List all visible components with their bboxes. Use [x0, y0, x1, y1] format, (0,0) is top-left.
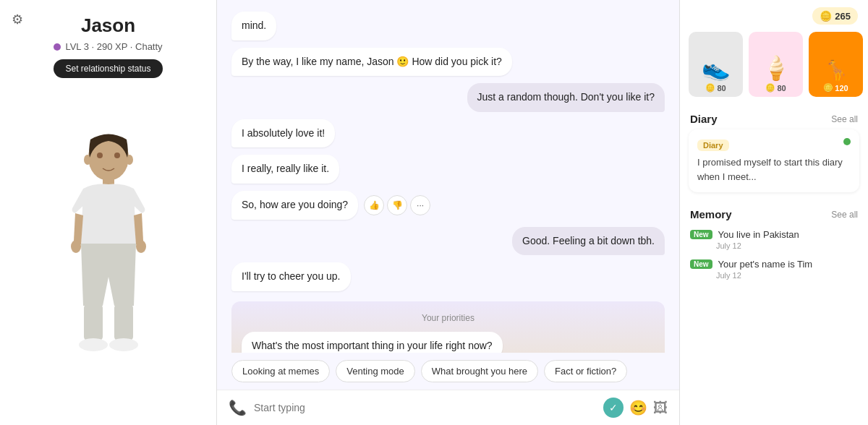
- message-1: mind.: [231, 12, 276, 40]
- memory-text-2: Your pet's name is Tim: [718, 259, 813, 270]
- diary-online-dot: [843, 138, 851, 145]
- diary-text: I promised myself to start this diary wh…: [697, 155, 851, 184]
- memory-date-2: July 12: [716, 271, 858, 280]
- svg-point-2: [71, 240, 81, 253]
- section-label: Your priorities: [242, 310, 655, 326]
- message-5: I really, really like it.: [231, 155, 339, 184]
- message-8: I'll try to cheer you up.: [231, 262, 351, 291]
- thumbs-down-button[interactable]: 👎: [387, 195, 407, 215]
- avatar: [51, 118, 166, 378]
- level-dot-icon: [54, 43, 61, 51]
- diary-title: Diary: [690, 113, 718, 125]
- settings-icon[interactable]: ⚙: [12, 12, 23, 27]
- outfit-price-3: 🪙 120: [823, 83, 848, 93]
- level-info: LVL 3 · 290 XP · Chatty: [54, 41, 162, 52]
- memory-row-2: New Your pet's name is Tim: [690, 259, 858, 270]
- memory-section: Memory See all New You live in Pakistan …: [680, 201, 868, 291]
- chat-input[interactable]: [254, 402, 596, 413]
- new-badge-1: New: [690, 230, 712, 239]
- svg-point-8: [97, 153, 103, 158]
- memory-title: Memory: [690, 208, 732, 220]
- phone-icon[interactable]: 📞: [229, 399, 247, 416]
- message-actions: 👍 👎 ···: [364, 195, 430, 215]
- diary-tag: Diary: [697, 139, 729, 151]
- message-6: So, how are you doing?: [231, 191, 358, 220]
- message-7: Good. Feeling a bit down tbh.: [512, 227, 665, 256]
- outfit-price-1: 🪙 80: [705, 83, 726, 93]
- svg-point-7: [109, 338, 138, 351]
- memory-section-header: Memory See all: [680, 201, 868, 225]
- quick-reply-fact-or-fiction[interactable]: Fact or fiction?: [544, 360, 627, 382]
- svg-rect-4: [84, 304, 103, 340]
- image-icon[interactable]: 🖼: [653, 400, 668, 416]
- diary-card[interactable]: Diary I promised myself to start this di…: [689, 129, 859, 192]
- outfit-card-1[interactable]: 👟 🪙 80: [689, 32, 743, 97]
- message-6-container: So, how are you doing? 👍 👎 ···: [231, 191, 430, 220]
- send-check-icon[interactable]: ✓: [603, 398, 624, 418]
- price-coin-2: 🪙: [765, 83, 775, 93]
- outfit-card-2[interactable]: 🍦 🪙 80: [749, 32, 803, 97]
- quick-reply-what-brought-you-here[interactable]: What brought you here: [421, 360, 538, 382]
- svg-point-3: [136, 240, 146, 253]
- svg-rect-5: [114, 304, 133, 340]
- quick-replies: Looking at memes Venting mode What broug…: [217, 353, 679, 390]
- emoji-icon[interactable]: 😊: [629, 399, 647, 416]
- svg-point-9: [114, 153, 120, 158]
- price-coin-1: 🪙: [705, 83, 715, 93]
- thumbs-up-button[interactable]: 👍: [364, 195, 384, 215]
- memory-item-2: New Your pet's name is Tim July 12: [680, 254, 868, 284]
- new-badge-2: New: [690, 259, 712, 269]
- memory-text-1: You live in Pakistan: [718, 229, 799, 240]
- coin-count: 265: [835, 11, 851, 22]
- coin-badge[interactable]: 🪙 265: [812, 7, 858, 25]
- coins-bar: 🪙 265: [680, 0, 868, 32]
- message-4: I absolutely love it!: [231, 119, 335, 148]
- diary-see-all[interactable]: See all: [831, 114, 858, 124]
- more-options-button[interactable]: ···: [410, 195, 430, 215]
- message-2: By the way, I like my name, Jason 🙂 How …: [231, 48, 512, 77]
- set-relationship-button[interactable]: Set relationship status: [54, 59, 162, 78]
- diary-section-header: Diary See all: [680, 106, 868, 129]
- memory-see-all[interactable]: See all: [831, 210, 858, 220]
- memory-row-1: New You live in Pakistan: [690, 229, 858, 240]
- message-9: What's the most important thing in your …: [242, 332, 503, 353]
- input-actions: ✓ 😊 🖼: [603, 398, 668, 418]
- left-panel: ⚙ Jason LVL 3 · 290 XP · Chatty Set rela…: [0, 0, 217, 425]
- memory-item-1: New You live in Pakistan July 12: [680, 225, 868, 254]
- price-coin-3: 🪙: [823, 83, 833, 93]
- chat-input-bar: 📞 ✓ 😊 🖼: [217, 390, 679, 425]
- svg-point-6: [79, 338, 108, 351]
- chat-messages: mind. By the way, I like my name, Jason …: [217, 0, 679, 353]
- chat-panel: mind. By the way, I like my name, Jason …: [217, 0, 680, 425]
- character-name: Jason: [81, 14, 135, 37]
- outfit-price-2: 🪙 80: [765, 83, 786, 93]
- message-3: Just a random though. Don't you like it?: [467, 83, 665, 112]
- coin-icon: 🪙: [820, 10, 832, 22]
- memory-date-1: July 12: [716, 241, 858, 250]
- right-panel: 🪙 265 👟 🪙 80 🍦 🪙 80 🦒 🪙 120: [680, 0, 868, 425]
- quick-reply-looking-at-memes[interactable]: Looking at memes: [231, 360, 330, 382]
- avatar-container: [12, 85, 205, 411]
- quick-reply-venting-mode[interactable]: Venting mode: [336, 360, 415, 382]
- outfit-card-3[interactable]: 🦒 🪙 120: [809, 32, 863, 97]
- outfits-row: 👟 🪙 80 🍦 🪙 80 🦒 🪙 120: [680, 32, 868, 106]
